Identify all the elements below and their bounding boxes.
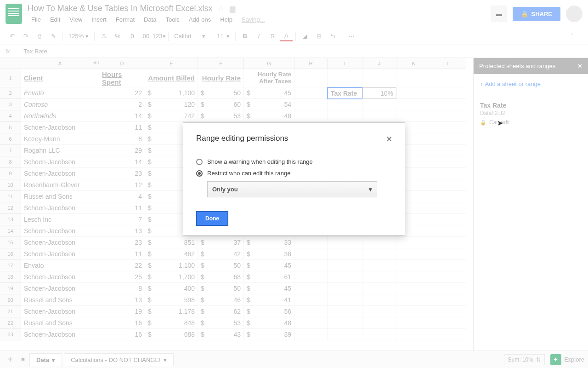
cell[interactable]: $54 xyxy=(244,99,294,110)
tax-rate-label-cell[interactable]: Tax Rate xyxy=(328,87,362,99)
cell[interactable]: 22 xyxy=(99,260,145,271)
folder-icon[interactable]: ▆ xyxy=(230,4,235,13)
cell[interactable]: Schoen-Jacobson xyxy=(21,168,99,179)
cell[interactable]: 16 xyxy=(99,317,145,329)
cell[interactable] xyxy=(362,271,396,283)
cell[interactable] xyxy=(396,87,431,99)
cell[interactable]: $48 xyxy=(244,110,294,122)
done-button[interactable]: Done xyxy=(196,211,228,226)
menu-tools[interactable]: Tools xyxy=(162,15,183,24)
cell[interactable] xyxy=(431,294,466,306)
cell[interactable] xyxy=(328,317,362,329)
column-header-J[interactable]: J xyxy=(362,58,396,69)
cell[interactable]: 29 xyxy=(99,145,145,156)
star-icon[interactable]: ☆ xyxy=(218,4,224,13)
cell[interactable]: $68 xyxy=(198,271,244,283)
cell[interactable]: Russel and Sons xyxy=(21,317,99,329)
cell[interactable]: Hourly Rate xyxy=(198,69,244,87)
cell[interactable] xyxy=(362,329,396,340)
cell[interactable]: Russel and Sons xyxy=(21,294,99,306)
cell[interactable] xyxy=(294,99,328,110)
cell[interactable] xyxy=(328,283,362,294)
cell[interactable]: $45 xyxy=(244,283,294,294)
all-sheets-button[interactable]: ≡ xyxy=(17,356,29,363)
cell[interactable] xyxy=(431,145,466,156)
row-header[interactable]: 10 xyxy=(0,179,21,191)
cell[interactable]: $120 xyxy=(145,99,198,110)
cell[interactable]: Client xyxy=(21,69,99,87)
cell[interactable]: 2 xyxy=(99,99,145,110)
cell[interactable]: Kozey-Mann xyxy=(21,133,99,145)
cell[interactable]: $48 xyxy=(244,317,294,329)
cell[interactable] xyxy=(362,260,396,271)
cell[interactable]: Schoen-Jacobson xyxy=(21,248,99,260)
sheet-tab-calculations[interactable]: Calculations - DO NOT CHANGE!▾ xyxy=(64,353,174,366)
cell[interactable] xyxy=(396,271,431,283)
cell[interactable] xyxy=(294,306,328,317)
cell[interactable]: $56 xyxy=(244,306,294,317)
cell[interactable] xyxy=(431,214,466,225)
strike-button[interactable]: S xyxy=(266,30,279,43)
cell[interactable] xyxy=(294,69,328,87)
row-header[interactable]: 8 xyxy=(0,156,21,168)
row-header[interactable]: 9 xyxy=(0,168,21,179)
cell[interactable] xyxy=(396,294,431,306)
cell[interactable] xyxy=(431,110,466,122)
row-header[interactable]: 16 xyxy=(0,248,21,260)
cell[interactable]: Amount Billed xyxy=(145,69,198,87)
add-sheet-button[interactable]: + xyxy=(4,354,17,365)
column-header-F[interactable]: F xyxy=(198,58,244,69)
cell[interactable]: 8 xyxy=(99,283,145,294)
cell[interactable]: $462 xyxy=(145,248,198,260)
cell[interactable] xyxy=(294,237,328,248)
cell[interactable] xyxy=(396,110,431,122)
editor-select[interactable]: Only you▾ xyxy=(207,181,377,197)
dialog-close-button[interactable]: × xyxy=(386,134,392,144)
cell[interactable]: $38 xyxy=(244,248,294,260)
menu-help[interactable]: Help xyxy=(216,15,236,24)
cell[interactable]: $45 xyxy=(244,87,294,99)
restrict-option[interactable]: Restrict who can edit this range xyxy=(196,170,392,177)
cell[interactable]: 11 xyxy=(99,248,145,260)
row-header[interactable]: 11 xyxy=(0,191,21,202)
cell[interactable]: Russel and Sons xyxy=(21,191,99,202)
row-header[interactable]: 1 xyxy=(0,69,21,87)
cell[interactable]: 19 xyxy=(99,306,145,317)
row-header[interactable]: 15 xyxy=(0,237,21,248)
cell[interactable] xyxy=(396,248,431,260)
cell[interactable]: 13 xyxy=(99,225,145,237)
redo-button[interactable]: ↷ xyxy=(19,30,32,43)
cell[interactable]: Hours Spent xyxy=(99,69,145,87)
select-all-corner[interactable] xyxy=(0,58,21,69)
cell[interactable] xyxy=(294,317,328,329)
cell[interactable]: $42 xyxy=(198,248,244,260)
cell[interactable] xyxy=(396,237,431,248)
cell[interactable]: 14 xyxy=(99,156,145,168)
cell[interactable]: Schoen-Jacobson xyxy=(21,237,99,248)
collapse-toolbar-button[interactable]: ˆ xyxy=(566,30,579,43)
doc-title[interactable]: How To Make & Use Tables In Microsoft Ex… xyxy=(28,4,212,13)
row-header[interactable]: 5 xyxy=(0,122,21,133)
cell[interactable] xyxy=(328,306,362,317)
increase-decimal-button[interactable]: .00 xyxy=(139,30,152,43)
cell[interactable] xyxy=(396,317,431,329)
cell[interactable] xyxy=(431,329,466,340)
menu-addons[interactable]: Add-ons xyxy=(185,15,215,24)
bold-button[interactable]: B xyxy=(238,30,251,43)
cell[interactable] xyxy=(328,99,362,110)
cell[interactable]: Schoen-Jacobson xyxy=(21,329,99,340)
cell[interactable] xyxy=(328,110,362,122)
cell[interactable]: 13 xyxy=(99,294,145,306)
cell[interactable]: $1,700 xyxy=(145,271,198,283)
cell[interactable] xyxy=(431,99,466,110)
percent-button[interactable]: % xyxy=(111,30,124,43)
protected-range-item[interactable]: Tax Rate Data!I2:J2 🔒Can edit xyxy=(480,96,582,126)
cell[interactable]: Schoen-Jacobson xyxy=(21,283,99,294)
explore-button[interactable]: ✦Explore xyxy=(550,354,584,365)
cell[interactable] xyxy=(431,317,466,329)
cell[interactable] xyxy=(396,306,431,317)
cell[interactable]: $43 xyxy=(198,329,244,340)
cell[interactable] xyxy=(396,329,431,340)
cell[interactable]: $400 xyxy=(145,283,198,294)
cell[interactable]: 11 xyxy=(99,122,145,133)
